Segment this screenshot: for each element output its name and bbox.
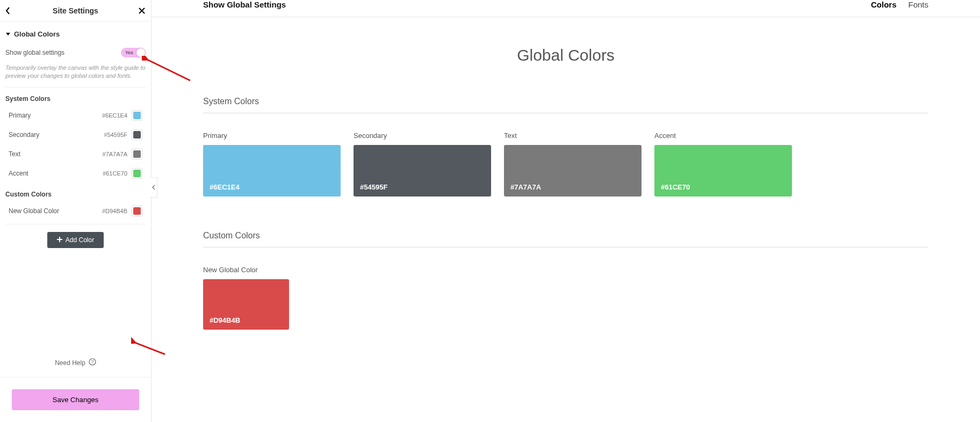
color-hex: #61CE70 <box>103 170 127 177</box>
card-hex: #D94B4B <box>210 316 240 324</box>
color-name: Text <box>9 150 103 158</box>
system-colors-section-title: System Colors <box>203 97 928 113</box>
need-help-label: Need Help <box>55 359 85 367</box>
card-hex: #61CE70 <box>661 183 690 191</box>
color-card: Text#7A7A7A <box>504 132 642 197</box>
collapse-sidebar-handle[interactable] <box>150 177 157 198</box>
color-name: Secondary <box>9 131 104 139</box>
global-colors-section-header[interactable]: Global Colors <box>0 21 151 43</box>
close-button[interactable] <box>138 7 146 14</box>
card-label: Secondary <box>354 132 491 140</box>
toggle-label: Show global settings <box>5 49 64 56</box>
sidebar-title: Site Settings <box>53 6 98 15</box>
card-swatch[interactable]: #D94B4B <box>203 279 289 330</box>
system-color-cards: Primary#6EC1E4Secondary#54595FText#7A7A7… <box>203 132 928 197</box>
color-hex: #6EC1E4 <box>102 112 127 119</box>
custom-colors-section-title: Custom Colors <box>203 231 928 248</box>
color-card: Accent#61CE70 <box>654 132 792 197</box>
system-color-row[interactable]: Text#7A7A7A <box>5 144 146 164</box>
color-hex: #D94B4B <box>102 208 127 214</box>
system-color-row[interactable]: Secondary#54595F <box>5 125 146 144</box>
card-swatch[interactable]: #6EC1E4 <box>203 145 341 197</box>
card-swatch[interactable]: #7A7A7A <box>504 145 642 197</box>
top-tabs: ColorsFonts <box>871 0 928 9</box>
sidebar-panel: Site Settings Global Colors Show global … <box>0 0 152 422</box>
svg-text:?: ? <box>91 359 93 365</box>
main-canvas: Show Global Settings ColorsFonts Global … <box>152 0 980 422</box>
sidebar-header: Site Settings <box>0 0 151 21</box>
back-button[interactable] <box>5 7 11 14</box>
card-label: Accent <box>654 132 792 140</box>
card-swatch[interactable]: #54595F <box>354 145 491 197</box>
system-colors-subhead: System Colors <box>5 88 146 106</box>
toggle-knob <box>136 48 145 57</box>
color-card: New Global Color#D94B4B <box>203 266 289 330</box>
color-card: Secondary#54595F <box>354 132 491 197</box>
color-swatch[interactable] <box>132 168 142 179</box>
color-name: New Global Color <box>9 207 102 215</box>
color-swatch[interactable] <box>132 110 142 121</box>
color-swatch[interactable] <box>132 206 142 216</box>
plus-icon <box>57 236 62 244</box>
card-hex: #54595F <box>360 183 387 191</box>
card-hex: #7A7A7A <box>510 183 541 191</box>
tab-fonts[interactable]: Fonts <box>908 0 928 9</box>
show-global-settings-row: Show global settings Yes <box>5 43 146 62</box>
color-swatch[interactable] <box>132 129 142 140</box>
system-color-row[interactable]: Primary#6EC1E4 <box>5 106 146 125</box>
tab-colors[interactable]: Colors <box>871 0 897 9</box>
chevron-left-icon <box>152 183 155 192</box>
add-color-label: Add Color <box>66 236 94 244</box>
color-hex: #7A7A7A <box>103 151 127 157</box>
save-changes-button[interactable]: Save Changes <box>12 389 139 410</box>
divider <box>5 224 146 224</box>
color-name: Primary <box>9 112 102 119</box>
caret-down-icon <box>5 30 11 38</box>
card-hex: #6EC1E4 <box>210 183 240 191</box>
section-label: Global Colors <box>14 30 60 38</box>
card-label: Text <box>504 132 642 140</box>
color-hex: #54595F <box>104 132 127 138</box>
sidebar-footer: Save Changes <box>0 377 151 422</box>
color-card: Primary#6EC1E4 <box>203 132 341 197</box>
system-color-row[interactable]: Accent#61CE70 <box>5 164 146 183</box>
section-body: Show global settings Yes Temporarily ove… <box>0 43 151 248</box>
custom-color-row[interactable]: New Global Color#D94B4B <box>5 201 146 221</box>
color-swatch[interactable] <box>132 149 142 159</box>
color-name: Accent <box>9 170 103 177</box>
save-label: Save Changes <box>53 396 98 404</box>
card-label: New Global Color <box>203 266 289 274</box>
custom-color-cards: New Global Color#D94B4B <box>203 266 928 330</box>
help-icon: ? <box>89 358 96 367</box>
canvas: Global Colors System Colors Primary#6EC1… <box>152 17 980 364</box>
top-bar-title: Show Global Settings <box>203 0 286 9</box>
card-swatch[interactable]: #61CE70 <box>654 145 792 197</box>
card-label: Primary <box>203 132 341 140</box>
custom-colors-subhead: Custom Colors <box>5 183 146 201</box>
settings-hint: Temporarily overlay the canvas with the … <box>5 62 146 88</box>
show-global-settings-toggle[interactable]: Yes <box>121 48 146 57</box>
top-bar: Show Global Settings ColorsFonts <box>152 0 980 17</box>
need-help-link[interactable]: Need Help ? <box>0 348 151 377</box>
page-title: Global Colors <box>203 46 928 64</box>
toggle-value: Yes <box>125 50 133 55</box>
add-color-button[interactable]: Add Color <box>47 232 104 248</box>
